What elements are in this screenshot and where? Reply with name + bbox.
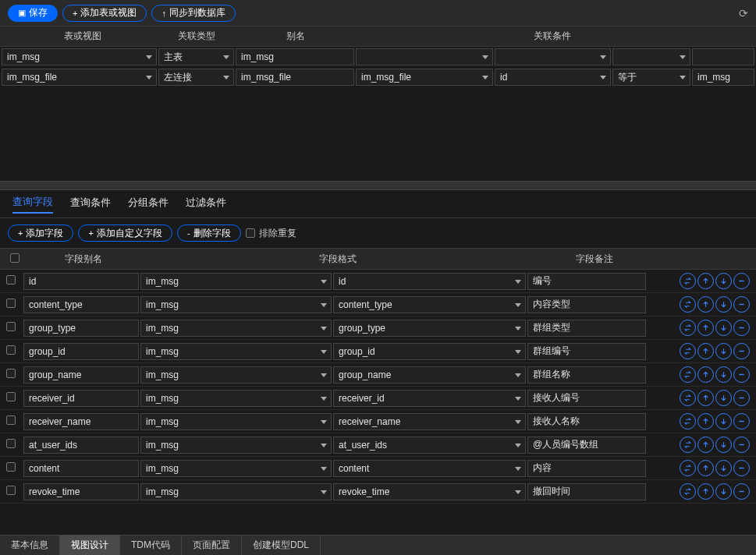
add-table-button[interactable]: + 添加表或视图	[62, 5, 147, 22]
field-format-select[interactable]: revoke_time	[333, 483, 526, 500]
move-up-icon[interactable]	[697, 296, 714, 313]
field-source-select[interactable]: im_msg	[140, 273, 332, 290]
row-checkbox[interactable]	[6, 345, 16, 355]
field-remark-input[interactable]: 编号	[527, 273, 646, 290]
tab-filter-cond[interactable]: 过滤条件	[186, 196, 226, 213]
field-format-select[interactable]: content	[333, 460, 526, 477]
remove-icon[interactable]	[733, 390, 750, 406]
row-checkbox[interactable]	[6, 392, 16, 401]
join-cond-op-select[interactable]	[612, 48, 690, 65]
move-down-icon[interactable]	[715, 413, 732, 430]
join-alias-input[interactable]: im_msg_file	[236, 69, 354, 86]
row-checkbox[interactable]	[6, 322, 16, 331]
move-up-icon[interactable]	[697, 483, 714, 500]
move-up-icon[interactable]	[697, 320, 714, 336]
remove-icon[interactable]	[733, 343, 750, 359]
field-remark-input[interactable]: 群组类型	[527, 320, 646, 337]
swap-icon[interactable]	[680, 343, 696, 359]
field-alias-input[interactable]: group_id	[23, 343, 139, 360]
move-up-icon[interactable]	[697, 366, 714, 383]
remove-icon[interactable]	[733, 483, 750, 500]
remove-icon[interactable]	[733, 296, 750, 313]
add-custom-field-button[interactable]: + 添加自定义字段	[78, 224, 172, 242]
field-source-select[interactable]: im_msg	[140, 320, 332, 337]
swap-icon[interactable]	[680, 296, 696, 313]
swap-icon[interactable]	[680, 366, 696, 383]
field-source-select[interactable]: im_msg	[140, 343, 332, 360]
field-alias-input[interactable]: at_user_ids	[23, 437, 139, 454]
join-table-select[interactable]: im_msg_file	[2, 69, 157, 86]
move-down-icon[interactable]	[715, 320, 732, 336]
move-down-icon[interactable]	[715, 437, 732, 453]
field-format-select[interactable]: group_type	[333, 320, 526, 337]
field-source-select[interactable]: im_msg	[140, 413, 332, 430]
field-source-select[interactable]: im_msg	[140, 460, 332, 477]
join-cond-left-select[interactable]: im_msg_file	[356, 69, 493, 86]
remove-icon[interactable]	[733, 413, 750, 430]
field-remark-input[interactable]: 内容	[527, 460, 646, 477]
divider-bar[interactable]	[0, 181, 756, 190]
move-up-icon[interactable]	[697, 273, 714, 289]
refresh-icon[interactable]: ⟳	[739, 7, 748, 19]
btab-ddl[interactable]: 创建模型DDL	[242, 536, 321, 555]
field-remark-input[interactable]: 群组编号	[527, 343, 646, 360]
move-down-icon[interactable]	[715, 366, 732, 383]
join-cond-right-input[interactable]	[692, 48, 754, 65]
row-checkbox[interactable]	[6, 299, 16, 308]
remove-icon[interactable]	[733, 366, 750, 383]
join-cond-field-select[interactable]	[495, 48, 611, 65]
remove-icon[interactable]	[733, 320, 750, 336]
join-cond-left-select[interactable]	[356, 48, 493, 65]
btab-view[interactable]: 视图设计	[60, 536, 120, 555]
field-alias-input[interactable]: receiver_id	[23, 390, 139, 407]
field-source-select[interactable]: im_msg	[140, 390, 332, 407]
move-down-icon[interactable]	[715, 273, 732, 289]
remove-icon[interactable]	[733, 273, 750, 289]
field-remark-input[interactable]: 群组名称	[527, 366, 646, 384]
move-up-icon[interactable]	[697, 413, 714, 430]
row-checkbox[interactable]	[6, 439, 16, 448]
move-down-icon[interactable]	[715, 460, 732, 476]
field-format-select[interactable]: at_user_ids	[333, 437, 526, 454]
field-alias-input[interactable]: content	[23, 460, 139, 477]
join-type-select[interactable]: 主表	[158, 48, 234, 65]
sync-db-button[interactable]: ↑ 同步到数据库	[151, 5, 236, 22]
field-remark-input[interactable]: 撤回时间	[527, 483, 646, 500]
field-alias-input[interactable]: content_type	[23, 296, 139, 313]
row-checkbox[interactable]	[6, 369, 16, 378]
remove-icon[interactable]	[733, 437, 750, 453]
join-type-select[interactable]: 左连接	[158, 69, 234, 86]
tab-query-fields[interactable]: 查询字段	[12, 195, 53, 214]
swap-icon[interactable]	[680, 320, 696, 336]
field-alias-input[interactable]: group_type	[23, 320, 139, 337]
join-cond-op-select[interactable]: 等于	[612, 69, 690, 86]
field-source-select[interactable]: im_msg	[140, 483, 332, 500]
field-remark-input[interactable]: 接收人编号	[527, 390, 646, 407]
field-alias-input[interactable]: revoke_time	[23, 483, 139, 500]
move-up-icon[interactable]	[697, 390, 714, 406]
swap-icon[interactable]	[680, 413, 696, 430]
row-checkbox[interactable]	[6, 486, 16, 495]
tab-query-cond[interactable]: 查询条件	[70, 196, 111, 213]
swap-icon[interactable]	[680, 273, 696, 289]
btab-basic[interactable]: 基本信息	[0, 536, 60, 555]
field-source-select[interactable]: im_msg	[140, 296, 332, 313]
field-format-select[interactable]: group_id	[333, 343, 526, 360]
field-remark-input[interactable]: 内容类型	[527, 296, 646, 313]
btab-tdm[interactable]: TDM代码	[120, 536, 182, 555]
delete-field-button[interactable]: - 删除字段	[177, 224, 241, 242]
field-source-select[interactable]: im_msg	[140, 437, 332, 454]
field-alias-input[interactable]: id	[23, 273, 139, 290]
join-alias-input[interactable]: im_msg	[236, 48, 354, 65]
field-source-select[interactable]: im_msg	[140, 366, 332, 384]
move-down-icon[interactable]	[715, 296, 732, 313]
select-all-checkbox[interactable]	[10, 253, 20, 263]
distinct-checkbox-wrap[interactable]: 排除重复	[246, 227, 296, 240]
swap-icon[interactable]	[680, 483, 696, 500]
move-down-icon[interactable]	[715, 483, 732, 500]
tab-group-cond[interactable]: 分组条件	[128, 196, 169, 213]
swap-icon[interactable]	[680, 460, 696, 476]
move-up-icon[interactable]	[697, 343, 714, 359]
field-format-select[interactable]: group_name	[333, 366, 526, 384]
field-alias-input[interactable]: group_name	[23, 366, 139, 384]
